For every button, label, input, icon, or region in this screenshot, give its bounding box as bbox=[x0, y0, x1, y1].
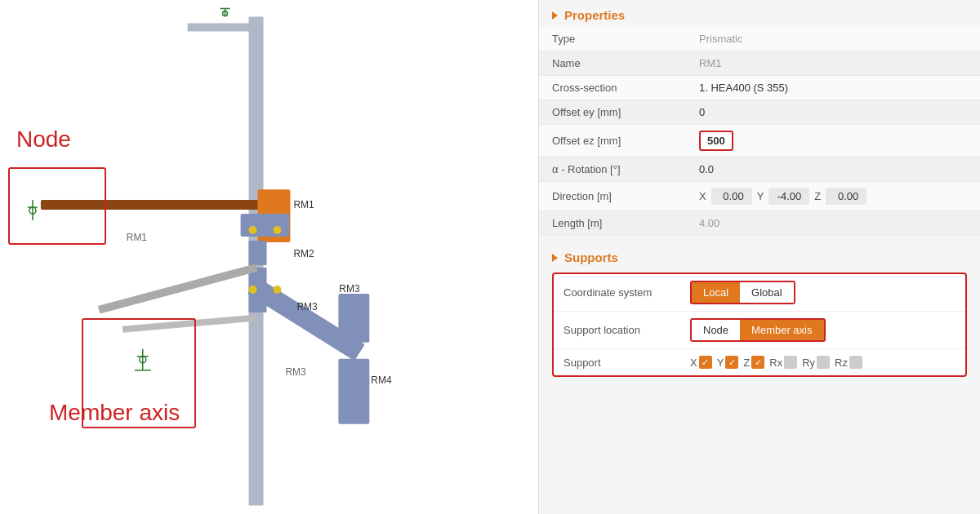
prop-label-direction: Direction [m] bbox=[539, 182, 686, 211]
support-check-rx[interactable]: Rx bbox=[769, 356, 797, 369]
prop-value-direction: X 0.00 Y -4.00 Z 0.00 bbox=[686, 182, 980, 211]
prop-row-direction: Direction [m] X 0.00 Y -4.00 Z 0.00 bbox=[539, 182, 980, 211]
member-axis-highlight-box bbox=[82, 318, 196, 428]
prop-label-rotation: α - Rotation [°] bbox=[539, 157, 686, 182]
support-checks-row: Support X ✓ Y ✓ Z ✓ bbox=[554, 349, 965, 375]
svg-text:RM2: RM2 bbox=[293, 248, 314, 259]
check-label-ry: Ry bbox=[802, 357, 815, 369]
supports-expand-icon[interactable] bbox=[552, 254, 558, 262]
support-checks-group: X ✓ Y ✓ Z ✓ Rx bbox=[690, 356, 862, 369]
direction-group: X 0.00 Y -4.00 Z 0.00 bbox=[699, 188, 967, 205]
prop-label-offset-ez: Offset ez [mm] bbox=[539, 125, 686, 157]
btn-node[interactable]: Node bbox=[692, 320, 740, 340]
viewport: RM1 RM2 RM3 RM3 RM4 bbox=[0, 0, 539, 514]
node-label: Node bbox=[16, 126, 71, 153]
dir-z-label: Z bbox=[814, 190, 821, 202]
dir-y-label: Y bbox=[757, 190, 764, 202]
svg-rect-22 bbox=[98, 264, 257, 313]
dir-x-value: 0.00 bbox=[711, 188, 752, 205]
svg-rect-20 bbox=[338, 359, 369, 424]
btn-local[interactable]: Local bbox=[692, 282, 740, 303]
prop-value-cross-section: 1. HEA400 (S 355) bbox=[686, 76, 980, 100]
properties-table: Type Prismatic Name RM1 Cross-section 1.… bbox=[539, 27, 980, 236]
dir-y-value: -4.00 bbox=[768, 188, 809, 205]
check-label-y: Y bbox=[717, 357, 724, 369]
supports-highlight-box: Coordinate system Local Global Support l… bbox=[552, 273, 967, 377]
svg-text:RM3: RM3 bbox=[285, 366, 306, 378]
dir-z-value: 0.00 bbox=[826, 188, 866, 205]
coordinate-system-btn-group[interactable]: Local Global bbox=[690, 281, 795, 304]
prop-row-cross-section: Cross-section 1. HEA400 (S 355) bbox=[539, 76, 980, 100]
prop-row-offset-ez: Offset ez [mm] 500 bbox=[539, 125, 980, 157]
support-location-btn-group[interactable]: Node Member axis bbox=[690, 318, 826, 342]
check-label-x: X bbox=[690, 357, 697, 369]
check-icon-y[interactable]: ✓ bbox=[725, 356, 738, 369]
support-check-ry[interactable]: Ry bbox=[802, 356, 830, 369]
prop-label-name: Name bbox=[539, 51, 686, 76]
svg-rect-9 bbox=[241, 214, 290, 237]
check-icon-x[interactable]: ✓ bbox=[699, 356, 712, 369]
prop-value-offset-ez[interactable]: 500 bbox=[686, 125, 980, 157]
support-check-rz[interactable]: Rz bbox=[835, 356, 862, 369]
supports-section-header: Supports bbox=[539, 242, 980, 269]
properties-title: Properties bbox=[564, 8, 625, 22]
coordinate-system-row: Coordinate system Local Global bbox=[554, 274, 965, 312]
check-icon-z[interactable]: ✓ bbox=[751, 356, 764, 369]
support-location-label: Support location bbox=[564, 324, 690, 336]
prop-value-length: 4.00 bbox=[686, 211, 980, 236]
svg-point-10 bbox=[249, 226, 257, 234]
support-check-z[interactable]: Z ✓ bbox=[743, 356, 764, 369]
coord-system-label: Coordinate system bbox=[564, 286, 690, 299]
supports-content: Coordinate system Local Global Support l… bbox=[539, 269, 980, 390]
prop-value-offset-ey: 0 bbox=[686, 100, 980, 125]
svg-text:RM3: RM3 bbox=[296, 301, 318, 312]
prop-row-rotation: α - Rotation [°] 0.0 bbox=[539, 157, 980, 182]
svg-text:RM4: RM4 bbox=[371, 374, 392, 386]
svg-text:RM1: RM1 bbox=[127, 232, 148, 243]
prop-label-offset-ey: Offset ey [mm] bbox=[539, 100, 686, 125]
support-location-row: Support location Node Member axis bbox=[554, 312, 965, 349]
svg-rect-8 bbox=[249, 241, 267, 265]
svg-rect-15 bbox=[338, 294, 369, 343]
svg-text:RM1: RM1 bbox=[293, 199, 314, 210]
prop-value-name: RM1 bbox=[686, 51, 980, 76]
svg-point-11 bbox=[273, 226, 281, 234]
properties-panel: Properties Type Prismatic Name RM1 Cross… bbox=[539, 0, 980, 514]
check-label-rx: Rx bbox=[769, 357, 782, 369]
properties-section-header: Properties bbox=[539, 0, 980, 27]
check-icon-ry[interactable] bbox=[817, 356, 830, 369]
support-check-y[interactable]: Y ✓ bbox=[717, 356, 739, 369]
support-label: Support bbox=[564, 357, 690, 369]
svg-text:RM3: RM3 bbox=[339, 283, 360, 295]
svg-point-17 bbox=[273, 286, 281, 294]
dir-x-label: X bbox=[699, 190, 706, 202]
check-icon-rz[interactable] bbox=[849, 356, 862, 369]
prop-value-type: Prismatic bbox=[686, 27, 980, 51]
prop-row-type: Type Prismatic bbox=[539, 27, 980, 51]
prop-row-offset-ey: Offset ey [mm] 0 bbox=[539, 100, 980, 125]
node-highlight-box bbox=[8, 167, 106, 245]
btn-global[interactable]: Global bbox=[740, 282, 794, 303]
btn-member-axis[interactable]: Member axis bbox=[740, 320, 823, 340]
svg-rect-1 bbox=[188, 23, 261, 31]
prop-label-cross-section: Cross-section bbox=[539, 76, 686, 100]
prop-value-rotation: 0.0 bbox=[686, 157, 980, 182]
prop-row-length: Length [m] 4.00 bbox=[539, 211, 980, 236]
check-label-rz: Rz bbox=[835, 357, 848, 369]
prop-row-name: Name RM1 bbox=[539, 51, 980, 76]
supports-title: Supports bbox=[564, 250, 618, 264]
support-check-x[interactable]: X ✓ bbox=[690, 356, 712, 369]
check-icon-rx[interactable] bbox=[784, 356, 797, 369]
properties-expand-icon[interactable] bbox=[552, 11, 558, 20]
offset-ez-value[interactable]: 500 bbox=[699, 131, 733, 151]
prop-label-type: Type bbox=[539, 27, 686, 51]
check-label-z: Z bbox=[743, 357, 750, 369]
svg-point-16 bbox=[249, 286, 257, 294]
prop-label-length: Length [m] bbox=[539, 211, 686, 236]
